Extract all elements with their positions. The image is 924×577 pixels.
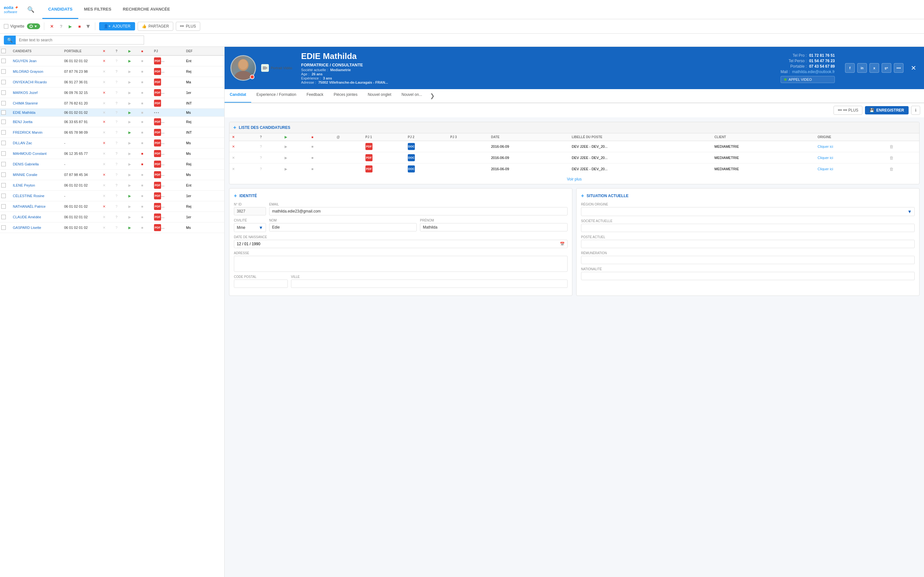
table-row[interactable]: ILENE Peyton 06 01 02 01 02 ✕ ? ▶ ■ PDFD…: [0, 180, 224, 191]
nav-tab-candidats[interactable]: CANDIDATS: [42, 0, 78, 19]
linkedin-btn[interactable]: in: [857, 63, 867, 73]
table-row[interactable]: DENIS Gabriella - ✕ ? ▶ ■ PDFDOC Rej: [0, 159, 224, 169]
tab-experience-formation[interactable]: Experience / Formation: [251, 89, 301, 103]
row-checkbox[interactable]: [1, 130, 6, 135]
pdf-icon[interactable]: PDF: [154, 100, 161, 107]
pdf-icon[interactable]: PDF: [154, 139, 161, 147]
doc-icon[interactable]: DOC: [408, 143, 415, 150]
cliquer-ici-link[interactable]: Cliquer ici: [817, 156, 833, 160]
row-dots[interactable]: •••: [154, 111, 160, 114]
google-btn[interactable]: g+: [882, 63, 891, 73]
pdf-icon[interactable]: PDF: [154, 224, 161, 231]
status-filter-btn[interactable]: ▼: [27, 23, 40, 29]
pdf-icon[interactable]: PDF: [365, 143, 373, 150]
search-input[interactable]: [16, 35, 144, 45]
table-row[interactable]: DILLAN Zac - ✕ ? ▶ ■ PDFDOC Ms: [0, 138, 224, 148]
facebook-btn[interactable]: f: [845, 63, 855, 73]
table-row[interactable]: CÉLESTINE Rosine - ✕ ? ▶ ■ PDFDOC 1er: [0, 191, 224, 201]
pdf-icon[interactable]: PDF: [154, 118, 161, 125]
delete-icon[interactable]: 🗑: [889, 144, 893, 149]
nav-tab-recherche-avancee[interactable]: RECHERCHE AVANCÉE: [117, 0, 176, 19]
region-select[interactable]: ▼: [581, 207, 915, 216]
row-checkbox[interactable]: [1, 80, 6, 84]
plus-button[interactable]: ••• PLUS: [176, 22, 200, 31]
tab-feedback[interactable]: Feedback: [301, 89, 328, 103]
delete-icon[interactable]: 🗑: [889, 155, 893, 160]
pdf-icon[interactable]: PDF: [154, 57, 161, 64]
more-options-btn[interactable]: •••: [894, 63, 903, 73]
pdf-icon[interactable]: PDF: [154, 129, 161, 136]
close-panel-btn[interactable]: ✕: [909, 63, 918, 73]
nationalite-input[interactable]: [581, 272, 915, 280]
delete-icon[interactable]: 🗑: [889, 167, 893, 171]
pdf-icon[interactable]: PDF: [154, 203, 161, 210]
email-input[interactable]: [269, 207, 567, 215]
row-checkbox[interactable]: [1, 90, 6, 95]
candidate-name[interactable]: ILENE Peyton: [11, 183, 63, 187]
remuneration-input[interactable]: [581, 256, 915, 264]
candidate-name[interactable]: CLAUDE Amédée: [11, 215, 63, 219]
pdf-icon[interactable]: PDF: [154, 182, 161, 189]
candidate-name[interactable]: NGUYEN Jean: [11, 59, 63, 63]
tab-chevron-right[interactable]: ❯: [427, 89, 437, 103]
partager-button[interactable]: 👍 PARTAGER: [137, 22, 173, 31]
candidate-name[interactable]: DENIS Gabriella: [11, 162, 63, 166]
row-checkbox[interactable]: [1, 183, 6, 187]
row-checkbox[interactable]: [1, 141, 6, 145]
candidate-name[interactable]: BENJ Joetta: [11, 120, 63, 124]
nom-input[interactable]: [269, 223, 417, 231]
adresse-input[interactable]: [234, 256, 567, 272]
filter-q-btn[interactable]: ?: [58, 23, 64, 30]
video-call-btn[interactable]: APPEL VIDEO: [780, 76, 835, 83]
tab-nouvel-on[interactable]: Nouvel on...: [397, 89, 427, 103]
cliquer-ici-link[interactable]: Cliquer ici: [817, 145, 833, 148]
filter-play-btn[interactable]: ▶: [67, 23, 74, 30]
tab-nouvel-onglet[interactable]: Nouvel onglet: [363, 89, 396, 103]
table-row[interactable]: MINNIE Coralie 07 87 98 45 34 ✕ ? ▶ ■ PD…: [0, 169, 224, 180]
candidate-name[interactable]: MINNIE Coralie: [11, 173, 63, 177]
code-postal-input[interactable]: [234, 279, 288, 288]
info-button[interactable]: ℹ: [911, 106, 920, 115]
candidate-name[interactable]: MILORAD Grayson: [11, 69, 63, 73]
row-checkbox[interactable]: [1, 119, 6, 124]
nav-tab-mes-filtres[interactable]: MES FILTRES: [78, 0, 117, 19]
ville-input[interactable]: [291, 279, 567, 288]
row-checkbox[interactable]: [1, 204, 6, 209]
doc-icon[interactable]: DOC: [408, 165, 415, 172]
row-checkbox[interactable]: [1, 162, 6, 166]
row-checkbox[interactable]: [1, 110, 6, 115]
candidate-name[interactable]: GASPARD Lisette: [11, 226, 63, 229]
portrait-video-btn[interactable]: Portrait Vidéo: [261, 63, 292, 73]
filter-chevron-down-icon[interactable]: ▼: [86, 23, 91, 30]
row-checkbox[interactable]: [1, 193, 6, 198]
more-actions-btn[interactable]: ••• ••• PLUS: [834, 106, 863, 115]
poste-input[interactable]: [581, 240, 915, 248]
candidate-name[interactable]: NATHANAËL Patrice: [11, 205, 63, 208]
candidate-name[interactable]: CÉLESTINE Rosine: [11, 194, 63, 198]
xing-btn[interactable]: x: [869, 63, 879, 73]
societe-actuelle-input[interactable]: [581, 224, 915, 232]
table-row[interactable]: EDIE Mathilda 06 01 02 01 02 ✕ ? ▶ ■ •••…: [0, 109, 224, 117]
row-checkbox[interactable]: [1, 151, 6, 156]
candidate-name[interactable]: EDIE Mathilda: [11, 111, 63, 114]
nid-input[interactable]: 3827: [234, 207, 266, 215]
tab-pieces-jointes[interactable]: Pièces jointes: [328, 89, 363, 103]
candidate-name[interactable]: MAHMOUD Constant: [11, 152, 63, 155]
row-checkbox[interactable]: [1, 59, 6, 63]
row-checkbox[interactable]: [1, 226, 6, 230]
calendar-icon[interactable]: 📅: [560, 242, 565, 246]
row-checkbox[interactable]: [1, 101, 6, 105]
vignette-checkbox[interactable]: [4, 24, 8, 29]
pdf-icon[interactable]: PDF: [365, 154, 373, 161]
pdf-icon[interactable]: PDF: [154, 79, 161, 85]
doc-icon[interactable]: DOC: [408, 154, 415, 161]
table-row[interactable]: MAHMOUD Constant 06 12 35 65 77 ✕ ? ▶ ■ …: [0, 148, 224, 159]
select-all-checkbox[interactable]: [1, 49, 6, 53]
candidate-name[interactable]: DILLAN Zac: [11, 141, 63, 145]
table-row[interactable]: BENJ Joetta 06 33 65 87 91 ✕ ? ▶ ■ PDFDO…: [0, 117, 224, 127]
enregistrer-button[interactable]: 💾 ENREGISTRER: [865, 106, 909, 114]
mail-value[interactable]: mathilda.edie@outlook.fr: [792, 69, 835, 74]
pdf-icon[interactable]: PDF: [154, 161, 161, 168]
candidatures-plus-icon[interactable]: +: [233, 125, 236, 131]
header-search-icon[interactable]: 🔍: [26, 5, 36, 15]
